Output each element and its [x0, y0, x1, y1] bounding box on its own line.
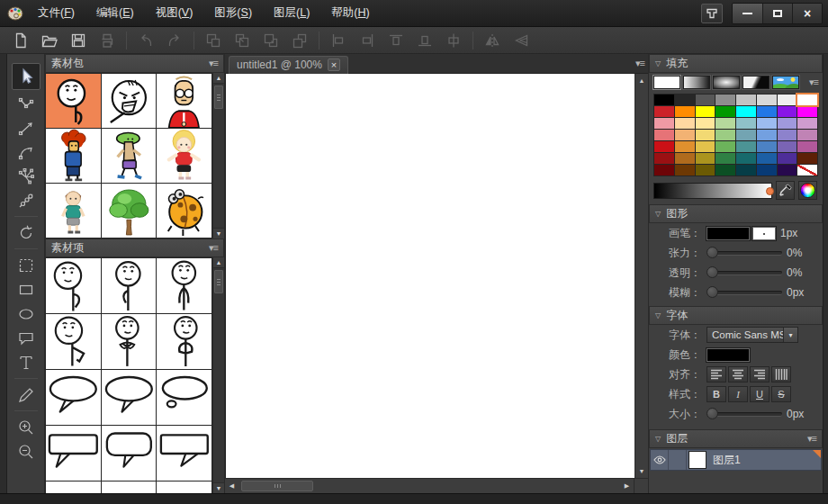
material-packs-header[interactable]: 素材包 ▾≡: [45, 54, 224, 73]
minimize-button[interactable]: [733, 4, 762, 23]
slider-knob[interactable]: [706, 408, 718, 419]
pack-thumb-ladybug[interactable]: [157, 184, 212, 238]
underline-button[interactable]: U: [750, 386, 770, 402]
palette-swatch[interactable]: [797, 130, 817, 140]
theme-button[interactable]: [701, 4, 723, 23]
redo-button[interactable]: [161, 29, 188, 52]
item-thumb-figure-pose-4[interactable]: [46, 314, 101, 369]
item-thumb-figure-pose-3[interactable]: [157, 258, 212, 313]
fill-color-swatch[interactable]: [752, 227, 776, 240]
packs-scrollbar-thumb[interactable]: [214, 86, 223, 109]
palette-swatch[interactable]: [716, 118, 735, 129]
ellipse-tool[interactable]: [12, 302, 40, 325]
align-text-left-button[interactable]: [706, 366, 726, 382]
palette-swatch[interactable]: [757, 153, 777, 164]
palette-swatch[interactable]: [797, 94, 817, 105]
item-thumb-bubble-thought[interactable]: [157, 370, 212, 425]
palette-swatch[interactable]: [675, 130, 695, 140]
item-thumb-figure-pose-5[interactable]: [102, 314, 157, 369]
brightness-gradient-bar[interactable]: [653, 183, 772, 199]
align-text-vertical-button[interactable]: [771, 366, 791, 382]
palette-swatch[interactable]: [736, 153, 756, 164]
smooth-tool[interactable]: [12, 189, 40, 212]
send-backward-button[interactable]: [257, 29, 284, 52]
pack-thumb-tree[interactable]: [102, 184, 157, 238]
palette-swatch[interactable]: [757, 141, 777, 152]
palette-swatch[interactable]: [654, 94, 674, 105]
item-thumb-figure-pose-2[interactable]: [102, 258, 157, 313]
palette-swatch[interactable]: [736, 118, 756, 129]
palette-swatch[interactable]: [716, 94, 735, 105]
palette-swatch[interactable]: [778, 118, 797, 129]
palette-swatch[interactable]: [778, 165, 797, 176]
palette-swatch[interactable]: [778, 94, 797, 105]
palette-swatch[interactable]: [696, 165, 716, 176]
scroll-up-icon[interactable]: ▲: [213, 257, 224, 268]
align-text-right-button[interactable]: [750, 366, 770, 382]
palette-swatch[interactable]: [654, 153, 674, 164]
palette-swatch[interactable]: [675, 141, 695, 152]
maximize-button[interactable]: [762, 4, 792, 23]
palette-swatch[interactable]: [716, 141, 735, 152]
node-edit-tool[interactable]: [12, 92, 40, 114]
item-thumb-bubble-round-tail-center[interactable]: [102, 426, 157, 481]
palette-swatch[interactable]: [778, 153, 797, 164]
palette-swatch[interactable]: [716, 165, 735, 176]
palette-swatch[interactable]: [778, 141, 797, 152]
item-thumb-bubble-rect-tail-left[interactable]: [46, 426, 101, 481]
eyedropper-button[interactable]: [776, 181, 795, 200]
line-tool[interactable]: [12, 116, 40, 139]
opacity-slider[interactable]: [706, 266, 782, 279]
palette-swatch[interactable]: [675, 153, 695, 164]
palette-swatch[interactable]: [696, 94, 716, 105]
align-top-button[interactable]: [382, 29, 410, 52]
scroll-up-icon[interactable]: ▲: [635, 75, 648, 86]
flip-horizontal-button[interactable]: [479, 29, 506, 52]
send-to-back-button[interactable]: [286, 29, 313, 52]
panel-menu-icon[interactable]: ▾≡: [209, 242, 218, 254]
palette-swatch[interactable]: [736, 141, 756, 152]
items-scrollbar-thumb[interactable]: [214, 270, 223, 293]
palette-swatch[interactable]: [757, 165, 777, 176]
fill-type-linear-gradient[interactable]: [683, 76, 710, 89]
palette-swatch[interactable]: [654, 130, 674, 140]
item-thumb-bubble-cloud[interactable]: [46, 482, 101, 493]
layer-lock-cell[interactable]: [669, 450, 687, 470]
palette-swatch[interactable]: [757, 130, 777, 140]
slider-knob[interactable]: [706, 247, 718, 258]
palette-swatch[interactable]: [696, 153, 716, 164]
shape-section-header[interactable]: ▽ 图形: [649, 204, 823, 223]
item-thumb-bubble-oval-tail-center[interactable]: [102, 370, 157, 425]
scroll-down-icon[interactable]: ▼: [213, 228, 224, 238]
palette-swatch[interactable]: [654, 106, 674, 117]
palette-swatch[interactable]: [696, 141, 716, 152]
pack-thumb-stick-figure[interactable]: [46, 74, 101, 128]
palette-swatch[interactable]: [778, 106, 797, 117]
rectangle-tool[interactable]: [12, 278, 40, 301]
palette-swatch[interactable]: [696, 106, 716, 117]
palette-swatch[interactable]: [716, 153, 735, 164]
text-tool[interactable]: [12, 351, 40, 374]
zoom-in-tool[interactable]: [12, 416, 40, 438]
palette-swatch[interactable]: [716, 106, 735, 117]
font-color-swatch[interactable]: [706, 348, 750, 362]
palette-swatch[interactable]: [696, 130, 716, 140]
undo-button[interactable]: [132, 29, 159, 52]
palette-swatch[interactable]: [757, 94, 777, 105]
scroll-up-icon[interactable]: ▲: [213, 73, 224, 84]
item-thumb-bubble-burst[interactable]: [157, 482, 212, 493]
drawing-canvas[interactable]: [225, 74, 634, 478]
palette-swatch[interactable]: [675, 106, 695, 117]
pack-thumb-blonde-kid[interactable]: [157, 129, 212, 183]
curve-tool[interactable]: [12, 140, 40, 163]
menu-layer[interactable]: 图层(L): [265, 3, 319, 23]
palette-swatch[interactable]: [778, 130, 797, 140]
tension-slider[interactable]: [706, 247, 782, 259]
pack-thumb-green-hair-boy[interactable]: [102, 129, 157, 183]
palette-swatch[interactable]: [797, 153, 817, 164]
h-scrollbar-thumb[interactable]: [241, 481, 313, 491]
canvas-horizontal-scrollbar[interactable]: ◀ ▶: [225, 478, 648, 493]
font-family-dropdown[interactable]: Comic Sans MS ▾: [706, 327, 798, 343]
select-tool[interactable]: [12, 63, 40, 90]
fill-type-corner-gradient[interactable]: [742, 76, 770, 89]
